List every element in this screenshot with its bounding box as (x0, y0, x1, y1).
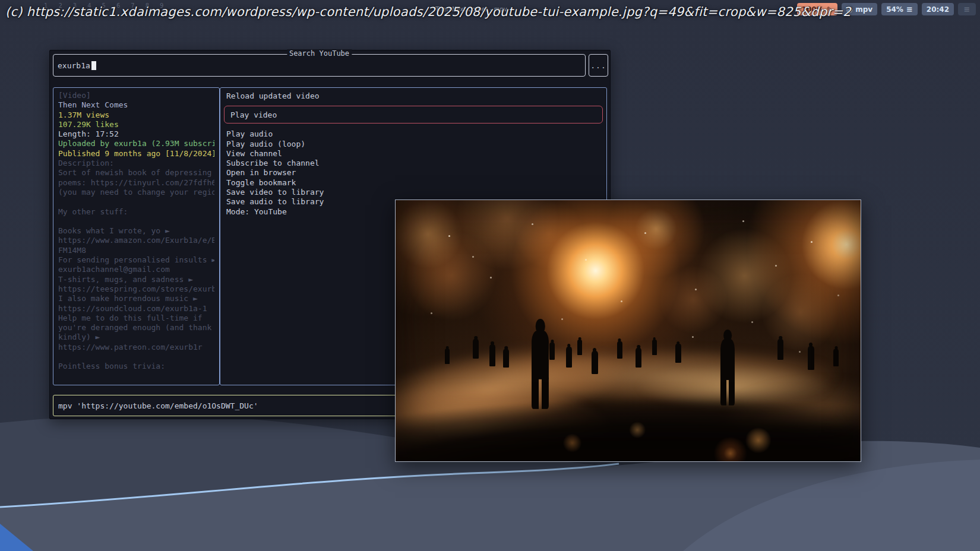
description-line: poems: https://tinyurl.com/27fdfh63 (58, 178, 214, 188)
clock-label: 20:42 (927, 5, 949, 14)
description-line: Sort of newish book of depressing (58, 168, 214, 178)
clock-badge[interactable]: 20:42 (922, 3, 954, 15)
description-line: FM14M8 (58, 246, 214, 255)
description-line: kindly) ► (58, 332, 214, 342)
description-line: https://www.patreon.com/exurb1r (58, 343, 214, 352)
video-info-panel: [Video] Then Next Comes 1.37M views 107.… (53, 87, 220, 385)
vignette-decoration (396, 200, 861, 461)
menu-item[interactable]: Subscribe to channel (220, 159, 606, 168)
resource-badge[interactable]: 54% (881, 3, 918, 15)
video-type-label: [Video] (58, 91, 214, 100)
menu-item-play-video-selected[interactable]: Play video (224, 106, 603, 124)
menu-item[interactable]: Toggle bookmark (220, 178, 606, 188)
description-line: Pointless bonus trivia: (58, 362, 214, 371)
description-line: https://teespring.com/stores/exurb1a (58, 284, 214, 294)
description-line: (you may need to change your region) (58, 188, 214, 197)
description-line: T-shirts, mugs, and sadness ► (58, 275, 214, 284)
video-likes: 107.29K likes (58, 120, 214, 129)
video-uploader: Uploaded by exurb1a (2.93M subscriber (58, 139, 214, 148)
menu-item[interactable]: Save video to library (220, 188, 606, 197)
description-line (58, 217, 214, 226)
player-label: mpv (855, 5, 872, 14)
description-line: I also make horrendous music ► (58, 294, 214, 303)
video-description: Description:Sort of newish book of depre… (58, 159, 214, 372)
video-published: Published 9 months ago [11/8/2024] (58, 149, 214, 159)
tray-icon (964, 5, 970, 14)
video-title: Then Next Comes (58, 100, 214, 110)
description-line: exurb1achannel@gmail.com (58, 265, 214, 274)
tray-badge[interactable] (958, 3, 976, 15)
menu-item-reload[interactable]: Reload updated video (220, 91, 606, 101)
desktop: 123456789 Then Next Comes - mpv 100% mpv… (0, 0, 980, 551)
description-line: https://soundcloud.com/exurb1a-1 (58, 304, 214, 314)
description-line: you're deranged enough (and thank you (58, 323, 214, 332)
text-cursor (91, 61, 96, 70)
selected-menu-label: Play video (230, 110, 277, 119)
description-line: My other stuff: (58, 207, 214, 217)
search-value: exurb1a (58, 61, 90, 70)
command-text: mpv 'https://youtube.com/embed/o1OsDWT_D… (58, 401, 258, 410)
menu-lines-icon (906, 5, 913, 14)
description-line: Books what I wrote, yo ► (58, 226, 214, 236)
description-line: Help me to do this full-time if (58, 314, 214, 323)
search-legend: Search YouTube (287, 49, 352, 58)
mpv-player-window[interactable] (395, 200, 861, 462)
menu-item[interactable]: Play audio (loop) (220, 140, 606, 149)
watermark-text: (c) https://static1.xdaimages.com/wordpr… (5, 5, 777, 19)
search-input[interactable]: Search YouTube exurb1a (53, 54, 586, 77)
menu-item[interactable]: Open in browser (220, 168, 606, 178)
description-line: For sending personalised insults ► (58, 255, 214, 265)
description-line: Description: (58, 159, 214, 168)
description-line: https://www.amazon.com/Exurb1a/e/B06X (58, 236, 214, 245)
resource-label: 54% (886, 5, 903, 14)
video-views: 1.37M views (58, 110, 214, 120)
video-length: Length: 17:52 (58, 129, 214, 139)
search-options-button[interactable]: ... (589, 54, 608, 77)
description-line (58, 197, 214, 207)
menu-item[interactable]: View channel (220, 149, 606, 159)
description-line (58, 352, 214, 362)
menu-item[interactable]: Play audio (220, 129, 606, 139)
